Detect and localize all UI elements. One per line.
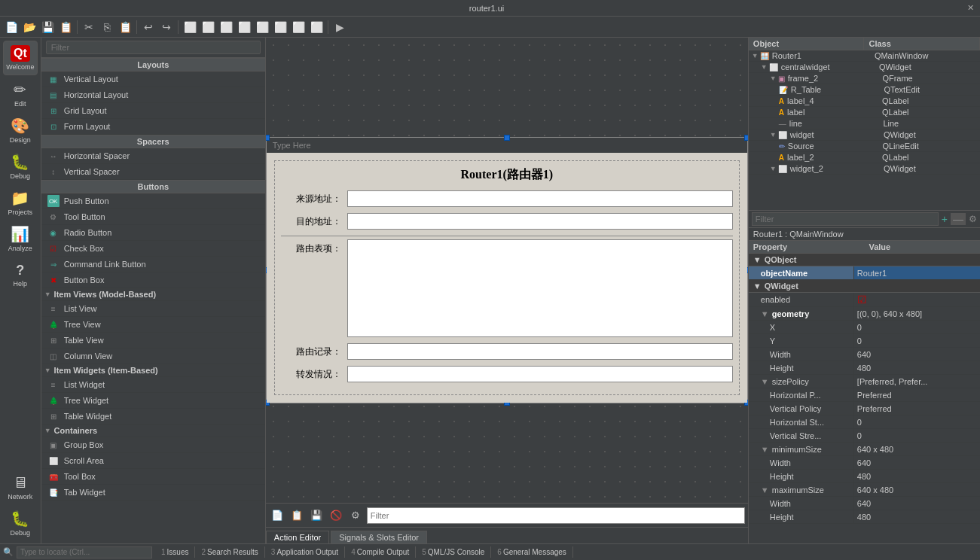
prop-row-maxwidth[interactable]: Width 640: [749, 497, 980, 510]
props-filter-input[interactable]: [752, 212, 939, 226]
tree-item-widget[interactable]: ▼ ⬜ widget QWidget: [749, 129, 980, 141]
tree-item-widget2[interactable]: ▼ ⬜ widget_2 QWidget: [749, 163, 980, 175]
debug-icon-btn[interactable]: 🐛 Debug: [3, 149, 38, 184]
edit-icon-btn[interactable]: ✏ Edit: [3, 77, 38, 111]
prop-val-width[interactable]: 640: [854, 348, 980, 361]
prop-val-y[interactable]: 0: [854, 334, 980, 347]
tb-align5-btn[interactable]: ⬜: [254, 19, 270, 35]
help-icon-btn[interactable]: ? Help: [3, 257, 38, 292]
prop-val-height[interactable]: 480: [854, 361, 980, 374]
tb-align2-btn[interactable]: ⬜: [200, 19, 216, 35]
widget-item-group-box[interactable]: ▣ Group Box: [41, 437, 265, 453]
design-icon-btn[interactable]: 🎨 Design: [3, 113, 38, 148]
tb-redo-btn[interactable]: ↪: [158, 19, 175, 35]
prop-val-geometry[interactable]: [(0, 0), 640 x 480]: [854, 307, 980, 320]
tab-app-output[interactable]: 3Application Output: [265, 546, 345, 558]
tb-undo-btn[interactable]: ↩: [140, 19, 157, 35]
debug2-icon-btn[interactable]: 🐛 Debug: [3, 506, 38, 540]
props-filter-settings-icon[interactable]: ⚙: [969, 214, 977, 224]
tab-issues[interactable]: 1Issues: [155, 546, 195, 558]
form-menu-typehhere[interactable]: Type Here: [273, 141, 311, 150]
tree-item-frame2[interactable]: ▼ ▣ frame_2 QFrame: [749, 73, 980, 84]
widget-item-push-button[interactable]: OK Push Button: [41, 193, 265, 209]
prop-row-minheight[interactable]: Height 480: [749, 470, 980, 483]
prop-row-maxheight[interactable]: Height 480: [749, 510, 980, 524]
prop-row-hstretch[interactable]: Horizontal St... 0: [749, 415, 980, 429]
tab-compile[interactable]: 4Compile Output: [345, 546, 416, 558]
widget-item-h-spacer[interactable]: ↔ Horizontal Spacer: [41, 148, 265, 164]
props-filter-minus-icon[interactable]: —: [951, 213, 966, 225]
signals-slots-tab[interactable]: Signals & Slots Editor: [331, 531, 427, 543]
prop-row-hpolicy[interactable]: Horizontal P... Preferred: [749, 388, 980, 402]
network-icon-btn[interactable]: 🖥 Network: [3, 470, 38, 504]
tree-item-centralwidget[interactable]: ▼ ⬜ centralwidget QWidget: [749, 62, 980, 73]
widget-item-list-view[interactable]: ≡ List View: [41, 301, 265, 317]
bt-delete-btn[interactable]: 🚫: [328, 507, 344, 524]
widget-item-table-widget[interactable]: ⊞ Table Widget: [41, 409, 265, 425]
form-container[interactable]: Type Here Router1(路由器1) 来源地址：: [266, 137, 748, 403]
tree-item-line[interactable]: — line Line: [749, 118, 980, 129]
bottom-filter-input[interactable]: [367, 507, 745, 524]
tb-open-btn[interactable]: 📂: [21, 19, 38, 35]
tb-cut-btn[interactable]: ✂: [81, 19, 97, 35]
widget-item-v-spacer[interactable]: ↕ Vertical Spacer: [41, 164, 265, 180]
tree-item-source[interactable]: ✏ Source QLineEdit: [749, 141, 980, 152]
tree-item-label4[interactable]: A label_4 QLabel: [749, 96, 980, 107]
widget-filter-input[interactable]: [46, 41, 261, 54]
prop-val-hpolicy[interactable]: Preferred: [854, 388, 980, 401]
widget-item-scroll-area[interactable]: ⬜ Scroll Area: [41, 453, 265, 469]
action-editor-tab[interactable]: Action Editor: [266, 531, 329, 543]
tb-align7-btn[interactable]: ⬜: [290, 19, 307, 35]
prop-row-maxsize[interactable]: ▼maximumSize 640 x 480: [749, 483, 980, 497]
widget-item-check-box[interactable]: ☑ Check Box: [41, 241, 265, 257]
prop-val-sizepolicy[interactable]: [Preferred, Prefer...: [854, 375, 980, 388]
widget-item-list-widget[interactable]: ≡ List Widget: [41, 377, 265, 393]
prop-row-vstretch[interactable]: Vertical Stre... 0: [749, 429, 980, 443]
tb-align3-btn[interactable]: ⬜: [218, 19, 234, 35]
prop-row-width[interactable]: Width 640: [749, 348, 980, 361]
tb-new-btn[interactable]: 📄: [3, 19, 20, 35]
tb-align6-btn[interactable]: ⬜: [272, 19, 289, 35]
analyze-icon-btn[interactable]: 📊 Analyze: [3, 221, 38, 256]
widget-item-table-view[interactable]: ⊞ Table View: [41, 333, 265, 348]
close-button[interactable]: ✕: [967, 3, 974, 13]
prop-row-height[interactable]: Height 480: [749, 361, 980, 375]
prop-val-maxwidth[interactable]: 640: [854, 497, 980, 510]
prop-row-y[interactable]: Y 0: [749, 334, 980, 348]
widget-item-radio-button[interactable]: ◉ Radio Button: [41, 225, 265, 241]
welcome-icon-btn[interactable]: Qt Welcome: [3, 41, 38, 75]
tree-item-label2[interactable]: A label_2 QLabel: [749, 152, 980, 163]
route-table-input[interactable]: [347, 239, 733, 337]
tab-search[interactable]: 2Search Results: [195, 546, 264, 558]
tb-align4-btn[interactable]: ⬜: [236, 19, 252, 35]
designer-area[interactable]: Type Here Router1(路由器1) 来源地址：: [266, 38, 748, 503]
forward-input[interactable]: [347, 366, 733, 382]
tb-paste-btn[interactable]: 📋: [117, 19, 133, 35]
prop-val-minsize[interactable]: 640 x 480: [854, 443, 980, 455]
tb-preview-btn[interactable]: ▶: [331, 19, 348, 35]
prop-val-objectname[interactable]: Router1: [854, 266, 980, 279]
widget-item-tool-box[interactable]: 🧰 Tool Box: [41, 469, 265, 485]
prop-row-objectname[interactable]: objectName Router1: [749, 266, 980, 280]
prop-val-maxheight[interactable]: 480: [854, 510, 980, 523]
prop-row-x[interactable]: X 0: [749, 321, 980, 334]
widget-item-vertical-layout[interactable]: ▦ Vertical Layout: [41, 72, 265, 87]
widget-item-column-view[interactable]: ◫ Column View: [41, 348, 265, 364]
prop-val-minwidth[interactable]: 640: [854, 456, 980, 469]
prop-val-x[interactable]: 0: [854, 321, 980, 333]
bt-copy-btn[interactable]: 📋: [289, 507, 305, 524]
widget-item-horizontal-layout[interactable]: ▤ Horizontal Layout: [41, 87, 265, 103]
prop-row-geometry[interactable]: ▼geometry [(0, 0), 640 x 480]: [749, 307, 980, 321]
widget-item-tree-view[interactable]: 🌲 Tree View: [41, 317, 265, 333]
widget-item-command-link[interactable]: ⇒ Command Link Button: [41, 257, 265, 272]
tree-item-router1[interactable]: ▼ 🪟 Router1 QMainWindow: [749, 50, 980, 62]
prop-val-hstretch[interactable]: 0: [854, 415, 980, 428]
tb-align8-btn[interactable]: ⬜: [308, 19, 325, 35]
bt-save-btn[interactable]: 💾: [308, 507, 325, 524]
bt-settings-btn[interactable]: ⚙: [347, 507, 364, 524]
tb-save-btn[interactable]: 💾: [39, 19, 56, 35]
widget-item-tab-widget[interactable]: 📑 Tab Widget: [41, 485, 265, 501]
bt-new-btn[interactable]: 📄: [269, 507, 285, 524]
prop-val-minheight[interactable]: 480: [854, 470, 980, 482]
projects-icon-btn[interactable]: 📁 Projects: [3, 185, 38, 220]
